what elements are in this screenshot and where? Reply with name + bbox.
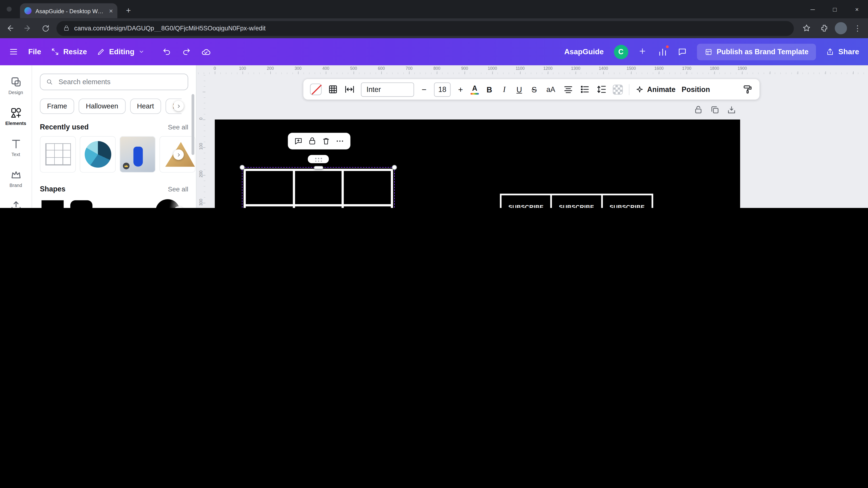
bookmark-icon[interactable]	[799, 21, 814, 35]
sidebar-item-uploads[interactable]: Uploads	[0, 194, 32, 208]
brand-icon	[10, 168, 22, 181]
sidebar-item-text[interactable]: Text	[0, 132, 32, 163]
window-maximize-button[interactable]: □	[824, 0, 846, 18]
line-spacing-icon[interactable]	[596, 84, 607, 95]
chip-frame[interactable]: Frame	[40, 99, 74, 114]
editing-dropdown[interactable]: Editing	[97, 47, 144, 56]
ruler-top-label: 1300	[568, 66, 583, 71]
font-size-value[interactable]: 18	[434, 82, 451, 97]
bullet-list-icon[interactable]	[580, 84, 590, 95]
context-toolbar: Inter − 18 + A B I U S aA	[303, 79, 760, 100]
ruler-top-label: 400	[319, 66, 333, 71]
hamburger-menu-icon[interactable]	[9, 47, 19, 56]
recently-used-see-all[interactable]: See all	[168, 123, 188, 131]
tab-close-icon[interactable]: ×	[109, 7, 113, 14]
shapes-see-all[interactable]: See all	[168, 185, 188, 193]
underline-button[interactable]: U	[515, 85, 524, 94]
back-icon[interactable]	[2, 21, 18, 36]
user-avatar[interactable]: C	[614, 44, 628, 59]
design-page[interactable]: SUBSCRIBESUBSCRIBESUBSCRIBESUBSCRIBESUBS…	[215, 120, 740, 208]
browser-menu-icon[interactable]: ⋮	[850, 21, 865, 35]
share-button[interactable]: Share	[826, 47, 859, 56]
chevron-right-icon	[176, 103, 181, 109]
subscribe-cell[interactable]: SUBSCRIBE	[552, 195, 601, 208]
search-input[interactable]	[58, 77, 182, 87]
publish-brand-template-button[interactable]: Publish as Brand Template	[697, 43, 816, 60]
lock-icon[interactable]	[308, 137, 317, 146]
selection-toolbar	[288, 133, 350, 149]
file-menu[interactable]: File	[28, 47, 41, 56]
browser-profile-avatar[interactable]	[835, 22, 847, 34]
chip-halloween[interactable]: Halloween	[79, 99, 125, 114]
ruler-top-label: 500	[346, 66, 361, 71]
delete-icon[interactable]	[322, 137, 331, 146]
comment-icon[interactable]	[294, 137, 303, 146]
window-icon	[7, 7, 11, 11]
resize-menu[interactable]: Resize	[51, 47, 87, 56]
recent-pie-chart-thumbnail[interactable]	[80, 136, 116, 172]
text-case-button[interactable]: aA	[545, 85, 557, 93]
forward-icon[interactable]	[20, 21, 35, 36]
shape-arrow[interactable]	[126, 197, 152, 208]
shape-square[interactable]	[40, 197, 65, 208]
browser-tab[interactable]: AsapGuide - Desktop Wallpape ×	[20, 3, 117, 18]
table-grid-icon[interactable]	[328, 84, 338, 95]
text-color-button[interactable]: A	[470, 85, 479, 94]
elements-panel: Frame Halloween Heart Line Recently used…	[32, 65, 196, 208]
chevron-down-icon	[138, 49, 144, 55]
design-title[interactable]: AsapGuide	[564, 47, 603, 56]
undo-icon[interactable]	[162, 47, 172, 56]
more-icon[interactable]	[335, 137, 344, 146]
insights-icon[interactable]	[657, 47, 667, 57]
page-duplicate-icon[interactable]	[710, 105, 720, 115]
font-selector[interactable]: Inter	[361, 82, 414, 97]
page-lock-icon[interactable]	[694, 105, 703, 115]
recently-used-scroll-chevron[interactable]	[173, 150, 184, 160]
sidebar-item-brand[interactable]: Brand	[0, 163, 32, 194]
font-size-decrease-button[interactable]: −	[420, 85, 428, 94]
resize-handle-top-left[interactable]	[240, 165, 245, 170]
sidebar-item-elements[interactable]: Elements	[0, 101, 32, 132]
shape-gradient-circle[interactable]	[155, 197, 181, 208]
column-width-icon[interactable]	[344, 84, 355, 95]
bold-button[interactable]: B	[485, 85, 494, 94]
sidebar-item-design[interactable]: Design	[0, 70, 32, 101]
subscribe-table[interactable]: SUBSCRIBESUBSCRIBESUBSCRIBESUBSCRIBESUBS…	[500, 194, 653, 208]
shape-rounded-square[interactable]	[69, 197, 94, 208]
text-align-icon[interactable]	[563, 84, 574, 95]
new-tab-button[interactable]: +	[123, 5, 134, 16]
position-button[interactable]: Position	[682, 85, 710, 93]
comments-icon[interactable]	[677, 47, 687, 56]
copy-style-roller-icon[interactable]	[742, 84, 753, 95]
animate-button[interactable]: Animate	[636, 85, 676, 93]
font-size-increase-button[interactable]: +	[457, 85, 464, 94]
window-close-button[interactable]: ×	[846, 0, 868, 18]
subscribe-cell[interactable]: SUBSCRIBE	[501, 195, 550, 208]
panel-scrollbar[interactable]	[191, 94, 194, 155]
search-icon	[46, 78, 53, 86]
chip-heart[interactable]: Heart	[130, 99, 161, 114]
recent-table-thumbnail[interactable]	[40, 136, 76, 172]
ruler-top-label: 1900	[735, 66, 749, 71]
ruler-top-label: 1800	[707, 66, 722, 71]
invite-plus-icon[interactable]	[638, 47, 647, 56]
drag-dots	[314, 157, 322, 161]
address-bar[interactable]: canva.com/design/DAGUQp__8G0/QFjcMiH5SOo…	[56, 21, 794, 36]
extensions-icon[interactable]	[817, 21, 832, 35]
cloud-saved-icon[interactable]	[201, 47, 210, 56]
border-color-swatch[interactable]	[310, 84, 321, 95]
recent-photo-thumbnail[interactable]	[120, 136, 156, 172]
resize-handle-top-right[interactable]	[392, 165, 397, 170]
italic-button[interactable]: I	[500, 85, 509, 94]
resize-handle-top[interactable]	[314, 166, 323, 169]
refresh-icon[interactable]	[38, 21, 53, 36]
subscribe-cell[interactable]: SUBSCRIBE	[602, 195, 651, 208]
window-minimize-button[interactable]: ─	[802, 0, 824, 18]
transparency-button[interactable]	[613, 85, 623, 94]
table-drag-handle[interactable]	[308, 155, 329, 163]
shape-line[interactable]	[97, 197, 123, 208]
redo-icon[interactable]	[181, 47, 191, 56]
page-add-icon[interactable]	[727, 105, 736, 115]
chips-scroll-chevron[interactable]	[173, 101, 184, 111]
strikethrough-button[interactable]: S	[530, 85, 539, 94]
